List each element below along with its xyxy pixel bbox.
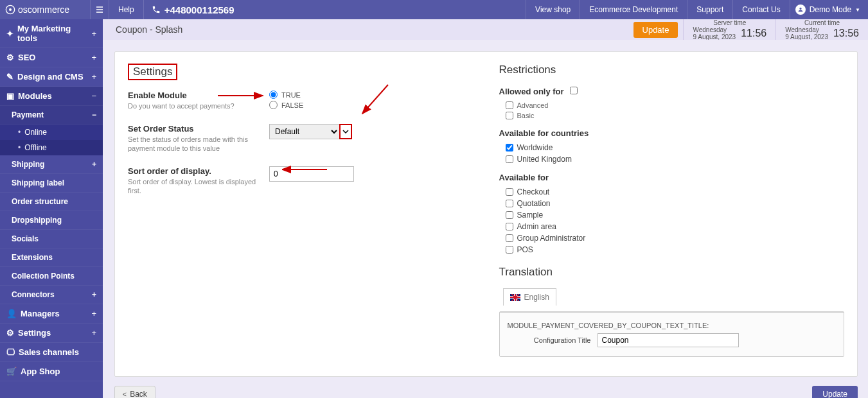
sort-label: Sort order of display. — [128, 166, 256, 176]
tab-english-label: English — [524, 293, 549, 302]
toplink-ecom-dev[interactable]: Ecommerce Development — [580, 0, 687, 19]
update-button-bottom[interactable]: Update — [812, 386, 858, 398]
sidebar-item-collection-points[interactable]: Collection Points — [0, 267, 103, 286]
oscommerce-icon — [5, 4, 15, 15]
avail-admin: Admin area — [517, 222, 556, 231]
sidebar-item-sales-channels[interactable]: 🖵Sales channels — [0, 343, 103, 362]
chk-pos[interactable] — [506, 246, 513, 254]
sidebar-label: Online — [24, 128, 47, 137]
allowed-basic: Basic — [517, 112, 535, 119]
sidebar: ✦My Marketing tools + ⚙SEO + ✎Design and… — [0, 19, 103, 398]
avail-checkout: Checkout — [517, 187, 550, 196]
help-link[interactable]: Help — [109, 0, 144, 19]
sidebar-label: Offline — [24, 143, 46, 152]
sort-order-input[interactable] — [269, 166, 354, 182]
chk-checkout[interactable] — [506, 188, 513, 196]
brand-logo[interactable]: oscommerce — [0, 0, 90, 19]
sidebar-item-shipping[interactable]: Shipping + — [0, 155, 103, 174]
sidebar-sub-online[interactable]: Online — [0, 125, 103, 140]
toplink-contact[interactable]: Contact Us — [732, 0, 789, 19]
cart-icon: 🛒 — [6, 367, 17, 376]
sidebar-item-marketing[interactable]: ✦My Marketing tools + — [0, 19, 103, 48]
chk-worldwide[interactable] — [506, 144, 513, 151]
sidebar-label: Design and CMS — [17, 72, 84, 82]
translation-heading: Translation — [499, 266, 845, 279]
toplink-view-shop[interactable]: View shop — [526, 0, 580, 19]
status-label: Set Order Status — [128, 124, 256, 134]
chk-uk[interactable] — [506, 155, 513, 163]
sidebar-item-socials[interactable]: Socials — [0, 230, 103, 248]
sidebar-item-modules[interactable]: ▣Modules − — [0, 87, 103, 106]
sidebar-item-extensions[interactable]: Extensions — [0, 248, 103, 267]
avail-pos: POS — [517, 245, 533, 254]
order-status-select[interactable]: Default — [269, 124, 340, 139]
plus-icon: + — [91, 53, 96, 62]
topbar: oscommerce Help +448000112569 View shop … — [0, 0, 868, 19]
cfg-title-input[interactable] — [598, 333, 739, 347]
countries-label: Available for countries — [499, 128, 845, 138]
sidebar-label: My Marketing tools — [17, 24, 91, 43]
sidebar-label: Settings — [18, 328, 51, 338]
current-time-block: Current time Wednesday 9 August, 2023 13… — [775, 19, 868, 40]
chk-group-admin[interactable] — [506, 234, 513, 242]
highlight-select-caret — [339, 124, 352, 139]
update-button-top[interactable]: Update — [633, 22, 678, 38]
avatar-icon — [795, 4, 806, 15]
chk-basic[interactable] — [506, 112, 513, 119]
plus-icon: + — [92, 160, 96, 169]
sidebar-label: Connectors — [12, 290, 55, 299]
phone-number[interactable]: +448000112569 — [144, 0, 242, 19]
chk-quotation[interactable] — [506, 200, 513, 207]
translation-key: MODULE_PAYMENT_COVERED_BY_COUPON_TEXT_TI… — [508, 322, 837, 329]
plus-icon: + — [91, 72, 96, 82]
sidebar-label: Extensions — [12, 253, 53, 262]
svg-point-1 — [9, 8, 12, 11]
sidebar-item-design[interactable]: ✎Design and CMS + — [0, 67, 103, 87]
sidebar-label: Modules — [18, 91, 52, 101]
allowed-only-for-label: Allowed only for — [499, 87, 845, 96]
plus-icon: + — [91, 309, 96, 318]
allowed-only-for-toggle[interactable] — [570, 87, 578, 94]
chevron-down-icon — [342, 128, 349, 135]
radio-true[interactable] — [269, 91, 278, 99]
minus-icon: − — [92, 110, 96, 119]
sidebar-label: App Shop — [21, 367, 60, 376]
share-icon: ⚙ — [6, 53, 14, 62]
menu-toggle-icon[interactable] — [90, 0, 109, 19]
tab-english[interactable]: English — [503, 288, 556, 306]
demo-mode-menu[interactable]: Demo Mode ▼ — [790, 0, 868, 19]
order-status-row: Set Order Status Set the status of order… — [128, 124, 474, 153]
sidebar-item-seo[interactable]: ⚙SEO + — [0, 48, 103, 67]
sort-desc: Sort order of display. Lowest is display… — [128, 177, 256, 196]
sidebar-item-connectors[interactable]: Connectors + — [0, 286, 103, 304]
brush-icon: ✎ — [6, 72, 13, 82]
phone-text: +448000112569 — [164, 4, 235, 15]
modules-icon: ▣ — [6, 91, 14, 101]
sidebar-item-order-structure[interactable]: Order structure — [0, 193, 103, 211]
sidebar-item-shipping-label[interactable]: Shipping label — [0, 174, 103, 193]
page-title: Coupon - Splash — [116, 24, 182, 35]
sidebar-sub-offline[interactable]: Offline — [0, 140, 103, 155]
server-day: Wednesday — [693, 26, 736, 33]
chk-advanced[interactable] — [506, 101, 513, 109]
star-icon: ✦ — [6, 29, 13, 39]
current-day: Wednesday — [785, 26, 828, 33]
sidebar-label: Shipping — [12, 160, 44, 169]
chk-sample[interactable] — [506, 211, 513, 219]
plus-icon: + — [91, 29, 96, 39]
toplink-support[interactable]: Support — [687, 0, 732, 19]
sidebar-label: Sales channels — [19, 347, 79, 357]
sidebar-item-settings[interactable]: ⚙Settings + — [0, 324, 103, 343]
chk-admin-area[interactable] — [506, 223, 513, 230]
minus-icon: − — [91, 91, 96, 101]
demo-mode-label: Demo Mode — [810, 5, 851, 14]
sidebar-item-dropshipping[interactable]: Dropshipping — [0, 211, 103, 230]
sidebar-item-app-shop[interactable]: 🛒App Shop — [0, 362, 103, 381]
sidebar-item-payment[interactable]: Payment − — [0, 106, 103, 125]
radio-false[interactable] — [269, 101, 278, 109]
sidebar-item-managers[interactable]: 👤Managers + — [0, 304, 103, 324]
country-uk: United Kingdom — [517, 155, 572, 164]
chevron-left-icon: < — [123, 391, 127, 398]
translation-tabs-wrap: English MODULE_PAYMENT_COVERED_BY_COUPON… — [499, 289, 845, 357]
back-button[interactable]: < Back — [114, 386, 155, 398]
